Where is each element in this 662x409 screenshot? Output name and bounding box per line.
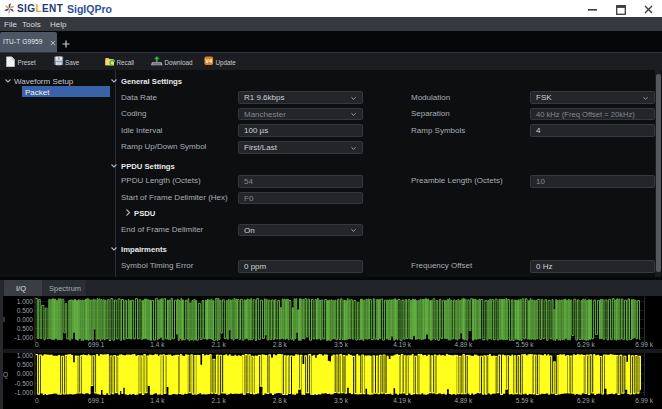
svg-text:-1.000: -1.000 bbox=[15, 334, 34, 341]
svg-text:-1.000: -1.000 bbox=[15, 389, 34, 396]
svg-text:Q: Q bbox=[3, 371, 8, 379]
svg-text:5.59 k: 5.59 k bbox=[516, 397, 534, 404]
svg-text:-0.500: -0.500 bbox=[15, 380, 34, 387]
svg-text:6.29 k: 6.29 k bbox=[577, 341, 595, 348]
svg-text:2.1 k: 2.1 k bbox=[212, 341, 227, 348]
svg-text:699.1: 699.1 bbox=[88, 397, 105, 404]
svg-text:699.1: 699.1 bbox=[88, 341, 105, 348]
svg-text:0: 0 bbox=[35, 397, 39, 404]
svg-text:4.89 k: 4.89 k bbox=[455, 341, 473, 348]
svg-text:0: 0 bbox=[35, 341, 39, 348]
svg-text:0.500: 0.500 bbox=[17, 361, 34, 368]
svg-text:1.4 k: 1.4 k bbox=[150, 397, 165, 404]
svg-text:2.8 k: 2.8 k bbox=[273, 397, 288, 404]
svg-text:0.000: 0.000 bbox=[17, 370, 34, 377]
svg-text:5.59 k: 5.59 k bbox=[516, 341, 534, 348]
svg-text:4.19 k: 4.19 k bbox=[393, 341, 411, 348]
svg-text:1.000: 1.000 bbox=[17, 352, 34, 359]
svg-text:0.000: 0.000 bbox=[17, 316, 34, 323]
svg-text:2.8 k: 2.8 k bbox=[273, 341, 288, 348]
svg-text:I: I bbox=[3, 316, 5, 323]
svg-text:V4: V4 bbox=[205, 58, 213, 64]
svg-text:0.500: 0.500 bbox=[17, 325, 34, 332]
svg-text:6.99 k: 6.99 k bbox=[635, 341, 653, 348]
svg-text:3.5 k: 3.5 k bbox=[334, 341, 349, 348]
svg-text:2.1 k: 2.1 k bbox=[212, 397, 227, 404]
svg-text:0.500: 0.500 bbox=[17, 307, 34, 314]
svg-text:4.19 k: 4.19 k bbox=[393, 397, 411, 404]
svg-text:6.99 k: 6.99 k bbox=[635, 397, 653, 404]
svg-text:6.29 k: 6.29 k bbox=[577, 397, 595, 404]
svg-text:1.4 k: 1.4 k bbox=[150, 341, 165, 348]
svg-text:4.89 k: 4.89 k bbox=[455, 397, 473, 404]
svg-text:1.000: 1.000 bbox=[17, 298, 34, 305]
svg-text:3.5 k: 3.5 k bbox=[334, 397, 349, 404]
